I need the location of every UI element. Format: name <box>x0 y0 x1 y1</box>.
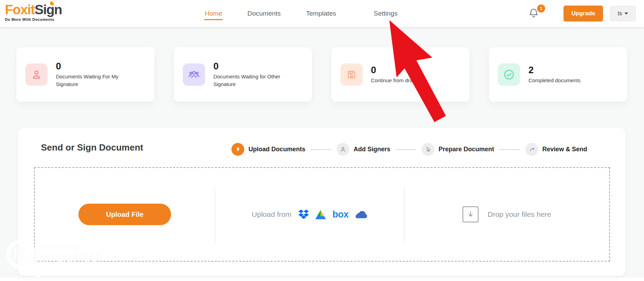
stat-label: Continue from draft <box>371 77 451 84</box>
stat-text: 0 Documents Waiting For My Signature <box>56 61 136 88</box>
upload-from-label: Upload from <box>252 210 291 219</box>
step-label: Upload Documents <box>248 146 305 153</box>
nav-item-templates[interactable]: Templates <box>306 0 336 27</box>
logo-sign-text: Sign <box>35 2 62 17</box>
logo-tagline: Do More With Documents <box>5 17 62 22</box>
google-drive-icon[interactable] <box>315 210 326 219</box>
drop-files-column: Drop your files here <box>405 168 609 261</box>
stat-text: 0 Documents Waiting for Other Signature <box>213 61 293 88</box>
cursor-icon <box>422 143 434 156</box>
chevron-down-icon <box>625 12 628 15</box>
nav-item-home[interactable]: Home <box>205 0 222 27</box>
nav-item-documents[interactable]: Documents <box>247 0 281 27</box>
step-label: Review & Send <box>542 146 587 153</box>
save-draft-icon <box>340 63 363 86</box>
dropbox-icon[interactable] <box>298 210 309 219</box>
stat-card-completed[interactable]: 2 Completed documents <box>489 47 627 102</box>
step-upload-documents: Upload Documents <box>231 143 305 156</box>
box-wordmark: box <box>332 210 349 219</box>
notification-badge[interactable]: 1 <box>537 5 545 12</box>
stat-value: 0 <box>56 61 136 71</box>
upload-file-button[interactable]: Upload File <box>78 204 171 225</box>
upload-from-column: Upload from <box>215 168 404 261</box>
main-content: 0 Documents Waiting For My Signature 0 D… <box>0 27 644 278</box>
upgrade-button[interactable]: Upgrade <box>564 6 603 22</box>
group-icon <box>183 63 205 86</box>
onedrive-icon[interactable] <box>355 211 368 219</box>
step-separator <box>500 149 520 150</box>
person-icon <box>337 143 349 156</box>
upload-icon <box>231 143 244 156</box>
upload-file-column: Upload File <box>35 168 215 261</box>
stat-label: Documents Waiting for Other Signature <box>213 73 293 88</box>
stat-card-waiting-my-signature[interactable]: 0 Documents Waiting For My Signature <box>16 47 154 102</box>
person-icon <box>25 63 48 86</box>
step-review-send: Review & Send <box>525 143 587 156</box>
nav-item-settings[interactable]: Settings <box>374 0 398 27</box>
step-label: Prepare Document <box>439 146 494 153</box>
user-initials: ts <box>618 10 622 17</box>
foxit-sign-dashboard: FoxitSign Do More With Documents Home Do… <box>0 0 644 281</box>
foxit-sign-logo[interactable]: FoxitSign Do More With Documents <box>5 3 62 22</box>
logo-wordmark: FoxitSign <box>5 3 62 17</box>
step-separator <box>396 149 416 150</box>
file-drop-zone[interactable]: Upload File Upload from <box>34 167 610 262</box>
step-separator <box>311 149 331 150</box>
stat-value: 0 <box>213 61 293 71</box>
cloud-providers: box <box>298 210 368 219</box>
step-add-signers: Add Signers <box>337 143 390 156</box>
send-icon <box>525 143 538 156</box>
stat-card-continue-draft[interactable]: 0 Continue from draft <box>331 47 469 102</box>
stat-value: 2 <box>528 65 608 75</box>
stat-text: 0 Continue from draft <box>371 65 451 84</box>
workflow-steps: Upload Documents Add Signers <box>231 143 587 156</box>
box-icon[interactable]: box <box>332 210 349 219</box>
stat-label: Completed documents <box>528 77 608 84</box>
logo-foxit-text: Foxit <box>5 2 35 17</box>
stat-value: 0 <box>371 65 451 75</box>
user-menu[interactable]: ts <box>610 6 636 22</box>
drop-files-label: Drop your files here <box>488 210 551 219</box>
step-label: Add Signers <box>354 146 390 153</box>
send-or-sign-panel: Send or Sign Document Upload Documents <box>18 128 625 276</box>
download-arrow-icon <box>463 206 478 222</box>
stat-text: 2 Completed documents <box>528 65 608 84</box>
completed-check-icon <box>498 63 520 86</box>
step-prepare-document: Prepare Document <box>422 143 494 156</box>
stat-card-waiting-other-signature[interactable]: 0 Documents Waiting for Other Signature <box>174 47 312 102</box>
stat-label: Documents Waiting For My Signature <box>56 73 136 88</box>
active-tab-underline <box>204 19 223 20</box>
panel-title: Send or Sign Document <box>41 142 143 153</box>
top-navbar: FoxitSign Do More With Documents Home Do… <box>0 0 644 27</box>
